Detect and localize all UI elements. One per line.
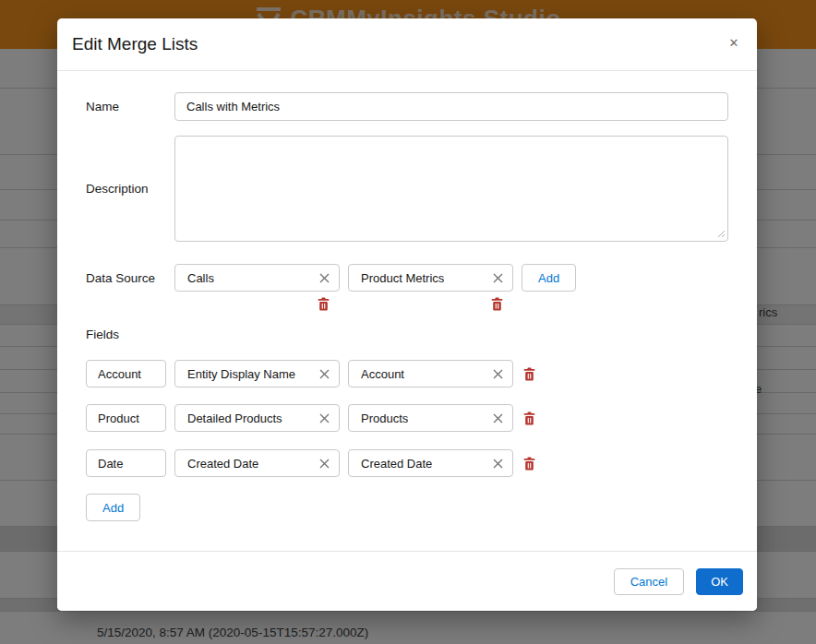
field-name-input[interactable] [86,449,166,477]
clear-icon[interactable] [318,367,331,381]
resize-handle-icon[interactable] [717,230,726,238]
clear-icon[interactable] [491,367,505,381]
clear-icon[interactable] [491,271,505,285]
field-mapping-combobox[interactable]: Created Date [174,449,340,477]
field-source-combobox[interactable]: Created Date [348,449,513,477]
field-source-combobox[interactable]: Products [348,404,513,432]
data-source-delete-row [86,297,728,312]
field-source-combobox[interactable]: Account [348,360,513,388]
ok-button[interactable]: OK [696,568,743,595]
edit-merge-lists-dialog: Edit Merge Lists ✕ Name Description [57,18,757,611]
data-source-value: Product Metrics [349,271,444,285]
clear-icon[interactable] [318,411,331,425]
name-input[interactable] [174,92,728,121]
fields-label: Fields [86,328,728,341]
dialog-title: Edit Merge Lists [72,34,198,54]
name-label: Name [86,100,174,113]
data-source-combobox-2[interactable]: Product Metrics [348,264,513,292]
cancel-button[interactable]: Cancel [614,568,684,595]
field-mapping-combobox[interactable]: Detailed Products [174,404,340,432]
field-row: Entity Display Name Account [86,360,728,388]
data-source-combobox-1[interactable]: Calls [174,264,340,292]
clear-icon[interactable] [318,271,331,285]
field-mapping-value: Detailed Products [175,411,282,425]
delete-data-source-2-trash-icon[interactable] [491,297,503,311]
dialog-footer: Cancel OK [57,551,757,611]
clear-icon[interactable] [491,457,505,471]
description-label: Description [86,182,174,196]
field-row: Created Date Created Date [86,449,728,477]
add-field-button[interactable]: Add [86,494,140,521]
field-source-value: Products [349,411,408,425]
field-mapping-value: Entity Display Name [175,367,295,381]
field-row: Detailed Products Products [86,404,728,432]
close-icon[interactable]: ✕ [724,33,744,54]
name-row: Name [86,92,728,121]
description-row: Description [86,136,728,242]
field-source-value: Account [349,367,404,381]
data-source-label: Data Source [86,271,174,285]
data-source-value: Calls [175,271,214,285]
clear-icon[interactable] [491,411,505,425]
field-name-input[interactable] [86,404,166,432]
delete-field-trash-icon[interactable] [523,367,535,381]
data-source-row: Data Source Calls Product Metrics Add [86,264,728,292]
add-field-row: Add [86,494,728,521]
dialog-body: Name Description Data Source Calls [57,92,757,521]
field-mapping-combobox[interactable]: Entity Display Name [174,360,340,388]
description-textarea[interactable] [174,136,728,242]
add-data-source-button[interactable]: Add [522,264,576,292]
field-source-value: Created Date [349,457,432,471]
delete-field-trash-icon[interactable] [523,457,535,471]
delete-data-source-1-trash-icon[interactable] [318,297,330,311]
dialog-header: Edit Merge Lists ✕ [57,18,757,71]
field-mapping-value: Created Date [175,457,258,471]
clear-icon[interactable] [318,457,331,471]
field-name-input[interactable] [86,360,166,388]
delete-field-trash-icon[interactable] [523,411,535,425]
screen: CRMMyInsights Studio rics e 5 [0,0,816,644]
